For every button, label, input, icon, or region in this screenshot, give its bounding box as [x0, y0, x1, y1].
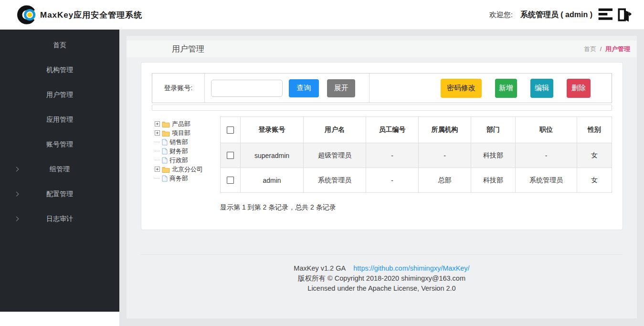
sidebar-item-users[interactable]: 用户管理	[0, 82, 119, 107]
file-icon	[162, 175, 168, 182]
select-all-cell	[221, 117, 241, 143]
file-icon	[162, 148, 168, 155]
sidebar-item-label: 日志审计	[46, 215, 73, 222]
cell-username: 超级管理员	[304, 143, 366, 168]
cell-gender: 女	[577, 168, 612, 193]
row-checkbox[interactable]	[227, 177, 234, 184]
table-row[interactable]: admin 系统管理员 - 总部 科技部 系统管理员 女	[221, 168, 612, 193]
sidebar-item-groups[interactable]: 组管理	[0, 157, 119, 181]
tree-node-label[interactable]: 销售部	[169, 138, 188, 147]
sidebar-item-applications[interactable]: 应用管理	[0, 107, 119, 132]
tree-node[interactable]: 项目部	[155, 128, 220, 137]
breadcrumb-current: 用户管理	[605, 45, 630, 53]
login-account-input[interactable]	[211, 80, 283, 97]
expand-plus-icon[interactable]	[155, 121, 160, 126]
tree-node-label[interactable]: 财务部	[169, 147, 188, 156]
top-header: MaxKey应用安全管理系统 欢迎您: 系统管理员 ( admin )	[0, 0, 644, 30]
tree-connector	[155, 151, 160, 151]
logout-icon[interactable]	[615, 6, 633, 23]
title-bar: 用户管理 首页 / 用户管理	[127, 36, 637, 53]
sidebar-item-label: 应用管理	[46, 116, 73, 123]
column-header: 登录账号	[241, 117, 304, 143]
change-password-button[interactable]: 密码修改	[441, 79, 482, 98]
column-header: 员工编号	[366, 117, 419, 143]
sidebar-item-label: 用户管理	[46, 91, 73, 98]
column-header: 所属机构	[419, 117, 471, 143]
users-table: 登录账号 用户名 员工编号 所属机构 部门 职位 性别 superadmin	[220, 116, 612, 212]
expand-plus-icon[interactable]	[155, 130, 160, 136]
tree-connector	[155, 178, 160, 179]
file-icon	[162, 157, 168, 164]
row-checkbox[interactable]	[227, 152, 234, 159]
column-header: 性别	[577, 117, 612, 143]
cell-department: 科技部	[471, 143, 516, 168]
expand-button[interactable]: 展开	[327, 79, 355, 97]
action-buttons: 密码修改 新增 编辑 删除	[370, 74, 612, 103]
cell-gender: 女	[577, 143, 612, 168]
sidebar-item-audit-logs[interactable]: 日志审计	[0, 206, 119, 231]
tree-node[interactable]: 财务部	[155, 147, 220, 156]
row-select-cell	[221, 168, 241, 193]
breadcrumb-home-link[interactable]: 首页	[584, 45, 596, 53]
content-wrapper: 用户管理 首页 / 用户管理 登录账号: 查询 展开	[127, 36, 637, 318]
cell-login-account: admin	[241, 168, 304, 193]
maxkey-logo-icon	[17, 4, 39, 26]
footer-version: MaxKey v1.2 GA	[294, 264, 346, 272]
pagination-info: 显示第 1 到第 2 条记录，总共 2 条记录	[220, 203, 612, 212]
delete-button[interactable]: 删除	[567, 79, 591, 98]
current-user: 系统管理员 ( admin )	[520, 10, 592, 20]
tree-node-label[interactable]: 项目部	[172, 129, 190, 137]
tree-node[interactable]: 北京分公司	[155, 165, 220, 174]
tree-node[interactable]: 销售部	[155, 137, 220, 147]
sidebar-item-accounts[interactable]: 账号管理	[0, 132, 119, 157]
breadcrumb-separator: /	[600, 45, 602, 53]
select-all-checkbox[interactable]	[227, 126, 234, 134]
file-icon	[162, 139, 168, 146]
sidebar-nav: 首页 机构管理 用户管理 应用管理 账号管理 组管理 配置管理 日志审计	[0, 30, 119, 312]
sidebar-item-label: 组管理	[50, 165, 70, 173]
table-row[interactable]: superadmin 超级管理员 - - 科技部 - 女	[221, 143, 612, 168]
search-toolbar: 登录账号: 查询 展开 密码修改 新增 编辑 删除	[152, 73, 612, 103]
menu-list-icon[interactable]	[598, 7, 615, 22]
chevron-right-icon	[14, 217, 19, 221]
row-select-cell	[221, 143, 241, 168]
tree-node[interactable]: 商务部	[155, 174, 220, 183]
org-tree: 产品部 项目部 销售部	[152, 116, 220, 212]
app-window: MaxKey应用安全管理系统 欢迎您: 系统管理员 ( admin )	[0, 0, 644, 326]
column-header: 职位	[516, 117, 577, 143]
sidebar-item-home[interactable]: 首页	[0, 32, 119, 57]
brand: MaxKey应用安全管理系统	[17, 0, 142, 30]
tree-node-label[interactable]: 产品部	[172, 120, 190, 128]
column-header: 用户名	[304, 117, 366, 143]
cell-position: -	[516, 143, 577, 168]
tree-node-label[interactable]: 北京分公司	[172, 165, 203, 174]
cell-department: 科技部	[471, 168, 516, 193]
edit-button[interactable]: 编辑	[530, 79, 553, 98]
footer-version-line: MaxKey v1.2 GA https://github.com/shimin…	[141, 264, 623, 272]
github-link[interactable]: https://github.com/shimingxy/MaxKey/	[353, 264, 469, 272]
folder-icon	[162, 130, 170, 137]
welcome-label: 欢迎您:	[489, 11, 513, 20]
content-card: 登录账号: 查询 展开 密码修改 新增 编辑 删除	[141, 62, 623, 230]
footer-license: Licensed under the Apache License, Versi…	[141, 284, 623, 292]
expand-plus-icon[interactable]	[155, 167, 160, 172]
sidebar-item-label: 配置管理	[46, 190, 73, 198]
tree-node-label[interactable]: 商务部	[169, 174, 188, 183]
sidebar-item-configuration[interactable]: 配置管理	[0, 181, 119, 206]
search-controls: 查询 展开	[205, 74, 370, 103]
tree-connector	[155, 160, 160, 160]
cell-organization: -	[419, 143, 471, 168]
footer-copyright: 版权所有 © Copyright 2018-2020 shimingxy@163…	[141, 274, 623, 282]
query-button[interactable]: 查询	[289, 79, 319, 97]
add-button[interactable]: 新增	[495, 79, 517, 98]
cell-organization: 总部	[419, 168, 471, 193]
chevron-right-icon	[14, 167, 19, 172]
tree-node[interactable]: 产品部	[155, 119, 220, 128]
tree-node[interactable]: 行政部	[155, 156, 220, 165]
tree-node-label[interactable]: 行政部	[169, 156, 188, 165]
tree-and-table: 产品部 项目部 销售部	[152, 116, 612, 212]
sidebar-item-organizations[interactable]: 机构管理	[0, 57, 119, 82]
breadcrumb: 首页 / 用户管理	[584, 45, 630, 53]
collapsed-advanced-search-strip	[152, 105, 612, 111]
page-title: 用户管理	[172, 43, 204, 54]
